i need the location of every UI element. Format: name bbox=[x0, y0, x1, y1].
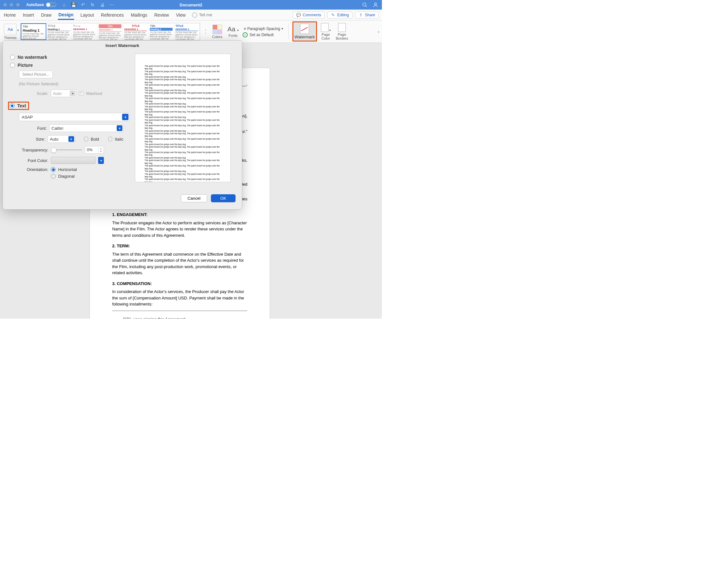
tab-view[interactable]: View bbox=[176, 10, 186, 19]
tell-me-label: Tell me bbox=[199, 12, 212, 17]
transparency-label: Transparency: bbox=[19, 148, 48, 152]
watermark-preview: The quick brown fox jumps over the lazy … bbox=[135, 54, 231, 182]
tab-draw[interactable]: Draw bbox=[40, 10, 52, 19]
paragraph-spacing-button[interactable]: ≡ Paragraph Spacing ▾ bbox=[243, 26, 284, 32]
page-borders-group[interactable]: Page Borders bbox=[335, 23, 349, 40]
gallery-prev-icon[interactable]: ‹ bbox=[203, 29, 208, 32]
colors-button[interactable] bbox=[213, 24, 222, 34]
chevron-down-icon: ▾ bbox=[329, 29, 331, 32]
fonts-group: Aa ▾ Fonts bbox=[226, 26, 240, 37]
watermark-icon bbox=[300, 23, 309, 34]
window-controls bbox=[3, 3, 20, 7]
transparency-slider[interactable] bbox=[51, 149, 82, 150]
undo-icon[interactable]: ↶ bbox=[80, 2, 86, 8]
picture-option[interactable]: Picture bbox=[10, 63, 123, 68]
section-heading: 1. ENGAGEMENT: bbox=[112, 211, 247, 218]
stepper-icon[interactable]: ▴▾ bbox=[98, 147, 103, 153]
tab-home[interactable]: Home bbox=[3, 10, 16, 19]
share-icon: ⇪ bbox=[359, 13, 363, 17]
print-icon[interactable]: 🖨 bbox=[99, 2, 105, 8]
style-item[interactable]: TITLEHeading 1On the Insert tab, the gal… bbox=[46, 23, 72, 40]
set-default-label: Set as Default bbox=[249, 33, 274, 37]
text-option[interactable]: Text bbox=[8, 102, 29, 110]
fonts-button[interactable]: Aa ▾ bbox=[228, 26, 239, 33]
chevron-down-icon: ▾ bbox=[17, 29, 19, 32]
editing-button[interactable]: ✎ Editing bbox=[327, 11, 352, 18]
scale-select[interactable]: Auto▾ bbox=[51, 90, 77, 97]
more-icon[interactable]: ⋯ bbox=[109, 2, 115, 8]
paragraph-spacing-label: Paragraph Spacing bbox=[247, 27, 280, 31]
scale-row: Scale: Auto▾ ✓ Washout bbox=[19, 90, 123, 97]
minimize-window-icon[interactable] bbox=[10, 3, 13, 7]
style-item[interactable]: TITLEHEADING 1On the Insert tab, the gal… bbox=[123, 23, 149, 40]
chevron-down-icon[interactable]: ▾ bbox=[98, 157, 104, 164]
set-as-default-button[interactable]: ✓ Set as Default bbox=[243, 32, 284, 37]
style-gallery[interactable]: TitleHeading 1On the Insert tab, the gal… bbox=[20, 23, 200, 40]
orientation-row: Orientation: Horizontal Diagonal bbox=[19, 167, 123, 179]
tabs-right: 💬 Comments ✎ Editing ⇪ Share bbox=[293, 11, 379, 18]
washout-label: Washout bbox=[86, 91, 102, 96]
account-icon[interactable] bbox=[372, 2, 379, 8]
radio-icon bbox=[10, 103, 15, 108]
dialog-buttons: Cancel OK bbox=[3, 191, 242, 205]
watermark-text-input[interactable]: ASAP ▾ bbox=[19, 113, 130, 121]
ok-button[interactable]: OK bbox=[211, 194, 236, 202]
collapse-ribbon-icon[interactable]: › bbox=[378, 29, 379, 34]
size-select[interactable]: Auto▾ bbox=[48, 135, 75, 143]
gallery-next-icon[interactable]: › bbox=[203, 32, 208, 35]
style-item[interactable]: TitleHEADING 1On the Insert tab, the gal… bbox=[97, 23, 123, 40]
tell-me[interactable]: Tell me bbox=[192, 12, 212, 17]
ribbon: Aa ▾ Themes TitleHeading 1On the Insert … bbox=[0, 20, 382, 43]
style-item[interactable]: TitleHEADING 1On the Insert tab, the gal… bbox=[72, 23, 97, 40]
style-item[interactable]: TitleHeading 1On the Insert tab, the gal… bbox=[21, 23, 46, 40]
share-button[interactable]: ⇪ Share bbox=[355, 11, 379, 18]
redo-icon[interactable]: ↻ bbox=[90, 2, 96, 8]
orientation-label: Orientation: bbox=[19, 167, 48, 172]
comments-button[interactable]: 💬 Comments bbox=[293, 11, 325, 18]
save-icon[interactable]: 💾 bbox=[70, 2, 77, 8]
tab-layout[interactable]: Layout bbox=[80, 10, 95, 19]
chevron-down-icon: ▾ bbox=[70, 90, 76, 96]
font-select[interactable]: Calibri▾ bbox=[49, 124, 123, 132]
watermark-text-value: ASAP bbox=[22, 115, 33, 119]
autosave-control[interactable]: AutoSave bbox=[26, 2, 56, 7]
tab-design[interactable]: Design bbox=[58, 10, 74, 20]
bullet-list: [X]% upon signing this Agreement. [Y]% u… bbox=[123, 316, 247, 319]
tab-references[interactable]: References bbox=[100, 10, 125, 19]
watermark-button[interactable]: Watermark bbox=[292, 21, 317, 42]
page-color-group[interactable]: ▾ Page Color bbox=[320, 23, 332, 40]
cancel-button[interactable]: Cancel bbox=[181, 194, 207, 202]
transparency-input[interactable]: 0% ▴▾ bbox=[85, 146, 104, 154]
themes-button[interactable]: Aa ▾ bbox=[4, 23, 17, 35]
tab-review[interactable]: Review bbox=[154, 10, 170, 19]
titlebar: AutoSave ⌂ 💾 ↶ ↻ 🖨 ⋯ Document2 bbox=[0, 0, 382, 10]
font-label: Font: bbox=[19, 126, 47, 131]
no-watermark-option[interactable]: No watermark bbox=[10, 55, 123, 60]
search-icon[interactable] bbox=[362, 2, 368, 8]
insert-watermark-dialog: Insert Watermark No watermark Picture Se… bbox=[3, 40, 242, 210]
close-window-icon[interactable] bbox=[3, 3, 7, 7]
orientation-diagonal[interactable]: Diagonal bbox=[51, 174, 77, 179]
editing-label: Editing bbox=[337, 13, 349, 17]
washout-checkbox[interactable]: ✓ bbox=[79, 91, 83, 96]
style-item[interactable]: TITLEHEADING 1On the Insert tab, the gal… bbox=[174, 23, 200, 40]
size-label: Size: bbox=[19, 137, 45, 142]
font-color-picker[interactable] bbox=[51, 157, 96, 164]
radio-icon bbox=[10, 55, 15, 60]
zoom-window-icon[interactable] bbox=[16, 3, 20, 7]
tab-insert[interactable]: Insert bbox=[22, 10, 35, 19]
bold-label: Bold bbox=[91, 137, 99, 142]
comment-icon: 💬 bbox=[296, 13, 301, 17]
style-item[interactable]: TitleHeading 1On the Insert tab, the gal… bbox=[149, 23, 174, 40]
tab-mailings[interactable]: Mailings bbox=[130, 10, 148, 19]
doc-text: The Producer engages the Actor to perfor… bbox=[112, 220, 247, 239]
no-picture-selected-text: (No Picture Selected) bbox=[19, 82, 123, 86]
share-label: Share bbox=[365, 13, 375, 17]
home-icon[interactable]: ⌂ bbox=[61, 2, 67, 8]
select-picture-button[interactable]: Select Picture... bbox=[19, 70, 53, 78]
autosave-toggle[interactable] bbox=[46, 2, 56, 7]
orientation-horizontal[interactable]: Horizontal bbox=[51, 167, 77, 172]
list-item: [X]% upon signing this Agreement. bbox=[123, 316, 247, 319]
bold-checkbox[interactable] bbox=[84, 137, 88, 141]
italic-checkbox[interactable] bbox=[108, 137, 112, 141]
